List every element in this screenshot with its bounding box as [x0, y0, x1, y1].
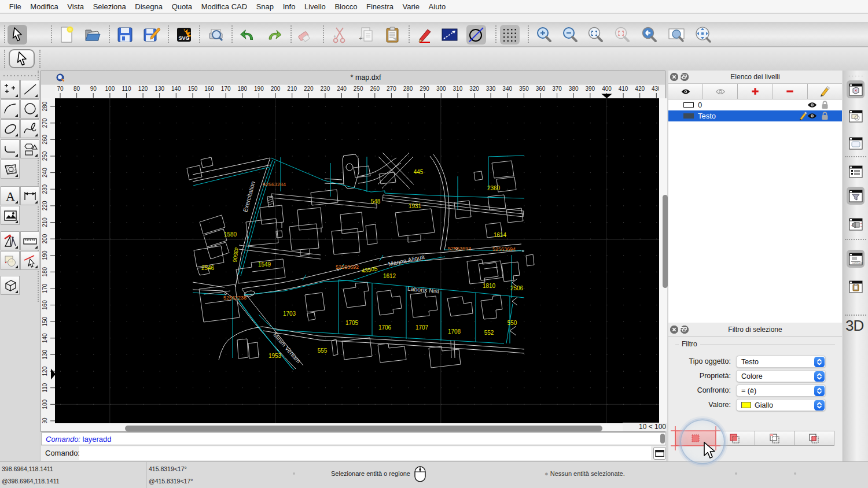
svg-text:+: + — [359, 35, 362, 42]
svg-text:552: 552 — [484, 330, 494, 336]
svg-text:90: 90 — [42, 417, 48, 423]
svg-text:52562236: 52562236 — [223, 295, 247, 301]
svg-text:310: 310 — [453, 86, 463, 92]
svg-text:260: 260 — [42, 135, 48, 145]
svg-text:1931: 1931 — [409, 203, 422, 209]
svg-text:A: A — [6, 189, 15, 204]
svg-text:360: 360 — [536, 86, 546, 92]
svg-text:1707: 1707 — [415, 324, 429, 331]
svg-text:200: 200 — [42, 234, 48, 243]
svg-text:120: 120 — [138, 86, 148, 92]
svg-text:210: 210 — [287, 86, 297, 92]
svg-text:445: 445 — [414, 169, 424, 175]
svg-text:1708: 1708 — [448, 328, 461, 335]
svg-text:190: 190 — [42, 250, 48, 260]
svg-text:420: 420 — [635, 86, 645, 92]
svg-text:270: 270 — [42, 118, 48, 128]
svg-text:330: 330 — [486, 86, 496, 92]
svg-text:110: 110 — [122, 86, 131, 92]
svg-text:52563693: 52563693 — [448, 246, 471, 252]
svg-text:320: 320 — [469, 86, 479, 92]
svg-text:210: 210 — [42, 217, 48, 227]
svg-text:52563694: 52563694 — [492, 246, 516, 252]
svg-text:1705: 1705 — [345, 320, 359, 326]
svg-text:180: 180 — [237, 86, 247, 92]
svg-text:52563692: 52563692 — [336, 264, 359, 270]
svg-text:1612: 1612 — [383, 273, 396, 279]
svg-text:130: 130 — [42, 350, 48, 360]
svg-text:140: 140 — [42, 333, 48, 343]
svg-text:command: command — [852, 261, 863, 264]
svg-text:550: 550 — [507, 320, 517, 326]
svg-text:300: 300 — [436, 86, 446, 92]
svg-text:170: 170 — [221, 86, 231, 92]
svg-text:230: 230 — [42, 184, 48, 194]
svg-text:1953: 1953 — [269, 353, 282, 359]
svg-text:250: 250 — [354, 86, 363, 92]
svg-text:240: 240 — [42, 168, 48, 178]
svg-text:52563284: 52563284 — [263, 182, 286, 187]
svg-text:548: 548 — [371, 198, 381, 205]
svg-text:170: 170 — [42, 283, 48, 293]
svg-text:280: 280 — [42, 101, 48, 111]
svg-text:200: 200 — [271, 86, 281, 92]
svg-text:390: 390 — [585, 86, 595, 92]
svg-text:1703: 1703 — [283, 310, 296, 317]
svg-text:SVG: SVG — [178, 35, 189, 41]
svg-text:+: + — [333, 34, 336, 39]
svg-text:410: 410 — [619, 86, 628, 92]
svg-text:80: 80 — [73, 86, 80, 92]
svg-text:150: 150 — [42, 316, 48, 326]
svg-text:380: 380 — [569, 86, 579, 92]
svg-text:90: 90 — [90, 86, 97, 92]
svg-text:290: 290 — [420, 86, 429, 92]
svg-text:430: 430 — [652, 86, 659, 92]
svg-text:160: 160 — [42, 300, 48, 310]
svg-text:160: 160 — [204, 86, 214, 92]
svg-text:400: 400 — [602, 86, 612, 92]
svg-text:1549: 1549 — [258, 261, 271, 268]
svg-text:180: 180 — [42, 267, 48, 277]
svg-text:Magna Aliqua: Magna Aliqua — [388, 253, 425, 268]
svg-text:43506: 43506 — [231, 247, 240, 263]
svg-text:340: 340 — [502, 86, 512, 92]
svg-text:190: 190 — [254, 86, 264, 92]
svg-text:100: 100 — [42, 400, 48, 409]
svg-text:150: 150 — [188, 86, 198, 92]
svg-text:1614: 1614 — [494, 232, 507, 238]
svg-text:555: 555 — [318, 347, 328, 354]
svg-text:130: 130 — [155, 86, 164, 92]
svg-text:220: 220 — [42, 201, 48, 210]
svg-text:70: 70 — [57, 86, 64, 92]
svg-text:270: 270 — [387, 86, 396, 92]
svg-text:140: 140 — [171, 86, 181, 92]
svg-text:100: 100 — [105, 86, 115, 92]
svg-text:220: 220 — [304, 86, 314, 92]
svg-text:110: 110 — [42, 383, 48, 392]
svg-text:1706: 1706 — [378, 324, 392, 331]
svg-text:1580: 1580 — [224, 231, 237, 238]
svg-text:350: 350 — [519, 86, 529, 92]
svg-text:1810: 1810 — [483, 283, 496, 289]
svg-text:2546: 2546 — [201, 265, 215, 271]
svg-text:370: 370 — [552, 86, 562, 92]
svg-text:2360: 2360 — [487, 185, 501, 191]
svg-text:250: 250 — [42, 151, 48, 161]
svg-text:260: 260 — [370, 86, 380, 92]
svg-text:Laboris Nisi: Laboris Nisi — [407, 285, 440, 295]
svg-text:230: 230 — [321, 86, 330, 92]
svg-text:120: 120 — [42, 366, 48, 376]
svg-text:280: 280 — [403, 86, 413, 92]
svg-text:240: 240 — [337, 86, 347, 92]
svg-text:2506: 2506 — [510, 285, 524, 291]
